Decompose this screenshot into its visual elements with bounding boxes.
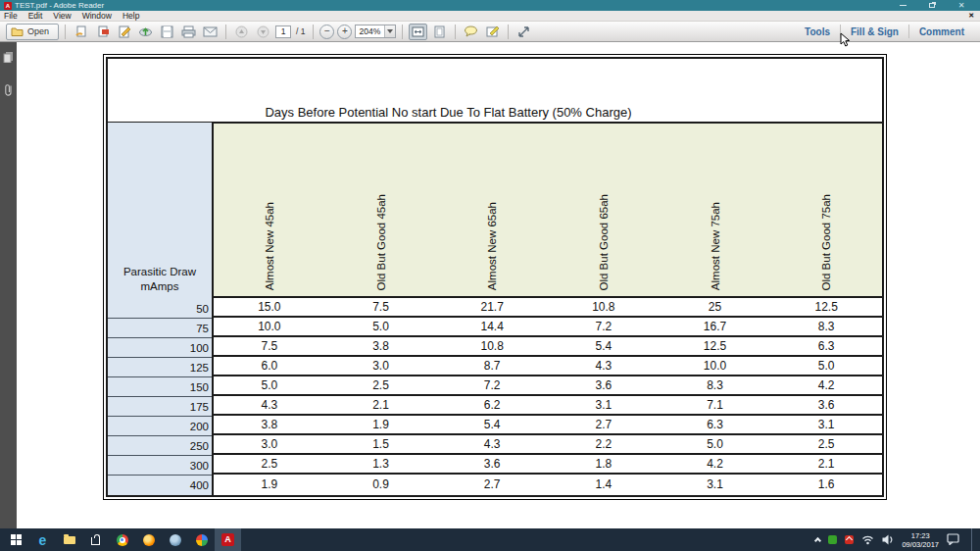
- taskbar-chrome[interactable]: [109, 528, 135, 551]
- highlight-sign-icon[interactable]: [483, 24, 502, 40]
- pdf-page: Days Before Potential No start Due To Fl…: [103, 54, 887, 500]
- row-label: 250: [108, 436, 212, 456]
- adobe-reader-icon: A: [4, 2, 12, 10]
- table-row: 4.32.16.23.17.13.6: [214, 396, 882, 416]
- navigation-pane-strip: [0, 42, 17, 528]
- zoom-dropdown-icon[interactable]: [384, 25, 395, 37]
- previous-page-icon[interactable]: [232, 24, 251, 40]
- globe-app-icon: [170, 534, 181, 546]
- table-cell: 8.7: [436, 357, 548, 375]
- table-cell: 3.0: [325, 357, 437, 375]
- column-header-label: Old But Good 45ah: [375, 194, 387, 290]
- taskbar-store[interactable]: [82, 528, 109, 551]
- zoom-level-select[interactable]: 204%: [355, 25, 396, 38]
- tray-time: 17:23: [911, 531, 930, 540]
- table-cell: 15.0: [214, 298, 325, 316]
- tray-green-utility-icon[interactable]: [828, 535, 837, 544]
- action-center-icon[interactable]: [947, 531, 959, 549]
- tray-expand-chevron-icon[interactable]: [814, 537, 821, 544]
- row-label: 400: [108, 476, 212, 495]
- menu-edit[interactable]: Edit: [28, 11, 43, 21]
- taskbar-firefox[interactable]: [135, 528, 162, 551]
- menu-window[interactable]: Window: [82, 11, 112, 21]
- share-file-icon[interactable]: [72, 24, 90, 40]
- comment-bubble-icon[interactable]: [462, 24, 480, 40]
- taskbar-photos[interactable]: [188, 528, 215, 551]
- menu-view[interactable]: View: [53, 11, 71, 21]
- taskbar-app-globe[interactable]: [162, 528, 188, 551]
- taskbar-file-explorer[interactable]: [56, 528, 82, 551]
- print-icon[interactable]: [179, 24, 198, 40]
- row-label: 175: [108, 397, 212, 417]
- clock[interactable]: 17:23 09/03/2017: [902, 531, 939, 549]
- menu-file[interactable]: File: [4, 11, 18, 21]
- table-cell: 1.4: [548, 475, 660, 494]
- column-header: Old But Good 45ah: [325, 124, 437, 296]
- page-number-input[interactable]: [275, 25, 291, 38]
- window-title: TEST.pdf - Adobe Reader: [15, 1, 104, 10]
- table-cell: 4.3: [436, 435, 548, 453]
- firefox-icon: [143, 534, 155, 546]
- table-cell: 2.1: [325, 396, 437, 414]
- row-label-column: Parasitic Draw mAmps 5075100125150175200…: [108, 122, 212, 495]
- open-button[interactable]: Open: [6, 24, 59, 40]
- table-cell: 6.0: [214, 357, 325, 375]
- start-button[interactable]: [3, 528, 29, 551]
- table-cell: 2.7: [548, 416, 660, 433]
- fill-sign-icon[interactable]: [115, 24, 133, 40]
- page-thumbnails-icon[interactable]: [3, 49, 14, 67]
- table-cell: 16.7: [660, 318, 771, 335]
- column-header-label: Old But Good 75ah: [820, 194, 832, 290]
- zoom-out-button[interactable]: −: [319, 25, 334, 39]
- restore-icon[interactable]: [925, 1, 939, 10]
- close-icon[interactable]: ✕: [955, 1, 968, 10]
- row-label: 75: [108, 319, 212, 338]
- table-cell: 10.8: [548, 298, 660, 316]
- table-cell: 4.3: [548, 357, 660, 375]
- fit-width-button[interactable]: [409, 24, 427, 40]
- row-label: 150: [108, 377, 212, 397]
- network-icon[interactable]: [861, 531, 874, 549]
- table-row: 7.53.810.85.412.56.3: [214, 337, 882, 357]
- zoom-in-button[interactable]: +: [337, 25, 352, 39]
- system-tray: 17:23 09/03/2017: [815, 528, 980, 551]
- chrome-icon: [117, 534, 128, 546]
- taskbar-adobe-reader-active[interactable]: A: [215, 528, 241, 551]
- column-header: Old But Good 75ah: [770, 124, 882, 296]
- table-cell: 10.8: [436, 337, 548, 355]
- table-cell: 7.5: [325, 298, 437, 316]
- comment-button[interactable]: Comment: [909, 26, 974, 37]
- row-label: 125: [108, 358, 212, 377]
- close-document-icon[interactable]: ✕: [968, 12, 974, 20]
- fit-page-button[interactable]: [430, 24, 449, 40]
- tray-antivirus-icon[interactable]: [845, 535, 854, 544]
- menu-help[interactable]: Help: [122, 11, 139, 21]
- menu-bar: File Edit View Window Help ✕: [0, 11, 980, 22]
- column-headers: Almost New 45ahOld But Good 45ahAlmost N…: [214, 122, 882, 298]
- tools-button[interactable]: Tools: [795, 26, 840, 37]
- table-cell: 14.4: [436, 318, 548, 335]
- fill-sign-button[interactable]: Fill & Sign: [841, 26, 908, 37]
- next-page-icon[interactable]: [254, 24, 272, 40]
- table-cell: 10.0: [660, 357, 771, 375]
- adobe-reader-icon: A: [221, 533, 234, 546]
- table-cell: 2.1: [770, 455, 882, 473]
- row-label: 100: [108, 338, 212, 358]
- resize-panels-icon[interactable]: [514, 24, 533, 40]
- show-desktop-button[interactable]: [971, 528, 975, 551]
- attachments-paperclip-icon[interactable]: [4, 82, 13, 101]
- volume-icon[interactable]: [882, 531, 894, 549]
- row-header: Parasitic Draw mAmps: [108, 123, 212, 299]
- email-icon[interactable]: [201, 24, 220, 40]
- table-rows: 15.07.521.710.82512.510.05.014.47.216.78…: [214, 298, 882, 494]
- export-pdf-icon[interactable]: [93, 24, 112, 40]
- minimize-icon[interactable]: [896, 1, 909, 10]
- taskbar-edge[interactable]: e: [29, 528, 56, 551]
- save-icon[interactable]: [158, 24, 176, 40]
- folder-icon: [11, 26, 24, 36]
- table-cell: 3.6: [770, 396, 882, 414]
- column-header: Almost New 45ah: [214, 124, 325, 296]
- table-cell: 1.5: [325, 435, 437, 453]
- row-label: 300: [108, 456, 212, 476]
- cloud-upload-icon[interactable]: [136, 24, 155, 40]
